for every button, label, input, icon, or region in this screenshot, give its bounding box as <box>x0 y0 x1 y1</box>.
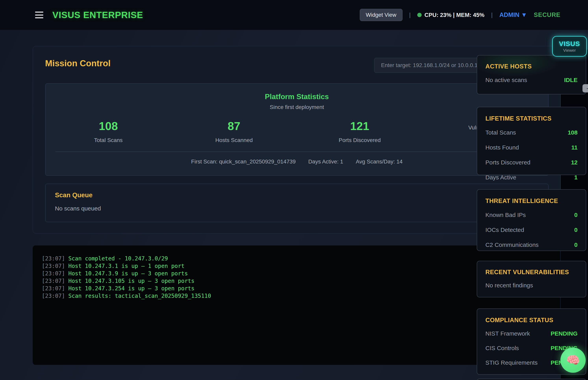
stat-ports-discovered: 121 Ports Discovered <box>297 120 422 143</box>
admin-menu[interactable]: ADMIN ▼ <box>499 11 527 19</box>
platform-footer: First Scan: quick_scan_20250929_014739 D… <box>45 158 548 165</box>
widget-next-partial <box>477 379 586 380</box>
scan-status-badge: IDLE <box>564 77 578 83</box>
hamburger-menu-icon[interactable] <box>35 12 43 18</box>
visus-viewer-badge[interactable]: VISUS Viewer <box>552 36 587 57</box>
secure-badge: SECURE <box>534 11 560 19</box>
stat-total-scans: 108 Total Scans <box>45 120 171 143</box>
ai-assistant-fab[interactable]: 🧠 <box>560 347 586 373</box>
widget-active-hosts: ACTIVE HOSTS No active scans IDLE <box>477 55 586 95</box>
stat-value: 87 <box>171 120 297 132</box>
log-line: [23:07] Host 10.247.3.105 is up – 3 open… <box>42 277 551 285</box>
brain-icon: 🧠 <box>566 354 580 367</box>
stat-row: C2 Communications 0 <box>485 240 578 249</box>
widget-title: LIFETIME STATISTICS <box>485 115 578 122</box>
log-line: [23:07] Scan completed - 10.247.3.0/29 <box>42 255 551 262</box>
platform-statistics-card: Platform Statistics Since first deployme… <box>45 83 548 176</box>
days-active-info: Days Active: 1 <box>308 158 343 165</box>
stat-value: 108 <box>45 120 171 132</box>
widget-title: COMPLIANCE STATUS <box>485 317 578 324</box>
mission-control-title: Mission Control <box>45 58 110 68</box>
stat-row: Days Active 1 <box>485 173 578 182</box>
log-line: [23:07] Host 10.247.3.1 is up – 1 open p… <box>42 262 551 270</box>
cpu-mem-readout: CPU: 23% | MEM: 45% <box>424 12 484 18</box>
platform-stats-row: 108 Total Scans 87 Hosts Scanned 121 Por… <box>45 120 548 143</box>
log-line: [23:07] Host 10.247.3.9 is up – 3 open p… <box>42 270 551 277</box>
log-line: [23:07] Scan results: tactical_scan_2025… <box>42 292 551 300</box>
stat-row: Ports Discovered 12 <box>485 158 578 167</box>
platform-statistics-title: Platform Statistics <box>45 93 548 101</box>
nav-separator: | <box>409 12 411 18</box>
scan-queue-card: Scan Queue No scans queued <box>45 184 548 222</box>
log-line: [23:07] Host 10.247.3.254 is up – 3 open… <box>42 285 551 292</box>
stat-row: NIST Framework PENDING <box>485 329 578 338</box>
first-scan-info: First Scan: quick_scan_20250929_014739 <box>191 158 296 165</box>
top-nav-bar: VISUS ENTERPRISE Widget View | CPU: 23% … <box>0 0 588 30</box>
active-hosts-message: No active scans <box>485 77 527 83</box>
widget-threat-intelligence: THREAT INTELLIGENCE Known Bad IPs 0 IOCs… <box>477 189 586 251</box>
stat-row: IOCs Detected 0 <box>485 225 578 234</box>
widget-minimize-handle[interactable]: – <box>583 84 588 93</box>
stat-value: 121 <box>297 120 422 132</box>
system-status: CPU: 23% | MEM: 45% <box>417 12 484 18</box>
app-title: VISUS ENTERPRISE <box>52 10 143 20</box>
viewer-badge-title: VISUS <box>559 40 580 48</box>
stat-row: Hosts Found 11 <box>485 143 578 152</box>
stat-label: Ports Discovered <box>297 137 422 143</box>
widget-title: THREAT INTELLIGENCE <box>485 197 578 205</box>
widget-lifetime-statistics: LIFETIME STATISTICS Total Scans 108 Host… <box>477 107 586 175</box>
widget-view-button[interactable]: Widget View <box>360 9 402 21</box>
nav-right-cluster: Widget View | CPU: 23% | MEM: 45% | ADMI… <box>360 9 560 21</box>
stat-row: Total Scans 108 <box>485 128 578 137</box>
scan-queue-empty-message: No scans queued <box>55 205 539 212</box>
stat-hosts-scanned: 87 Hosts Scanned <box>171 120 297 143</box>
widget-title: ACTIVE HOSTS <box>485 63 578 70</box>
scan-queue-title: Scan Queue <box>55 191 539 199</box>
status-dot-icon <box>417 13 421 17</box>
platform-statistics-subtitle: Since first deployment <box>45 104 548 110</box>
stat-label: Hosts Scanned <box>171 137 297 143</box>
widget-title: RECENT VULNERABILITIES <box>485 269 578 276</box>
recent-vulnerabilities-message: No recent findings <box>485 282 578 289</box>
nav-separator: | <box>491 12 493 18</box>
stat-row: Known Bad IPs 0 <box>485 210 578 220</box>
avg-scans-info: Avg Scans/Day: 14 <box>356 158 403 165</box>
stat-label: Total Scans <box>45 137 171 143</box>
viewer-badge-subtitle: Viewer <box>563 48 576 53</box>
widget-recent-vulnerabilities: RECENT VULNERABILITIES No recent finding… <box>477 261 586 297</box>
